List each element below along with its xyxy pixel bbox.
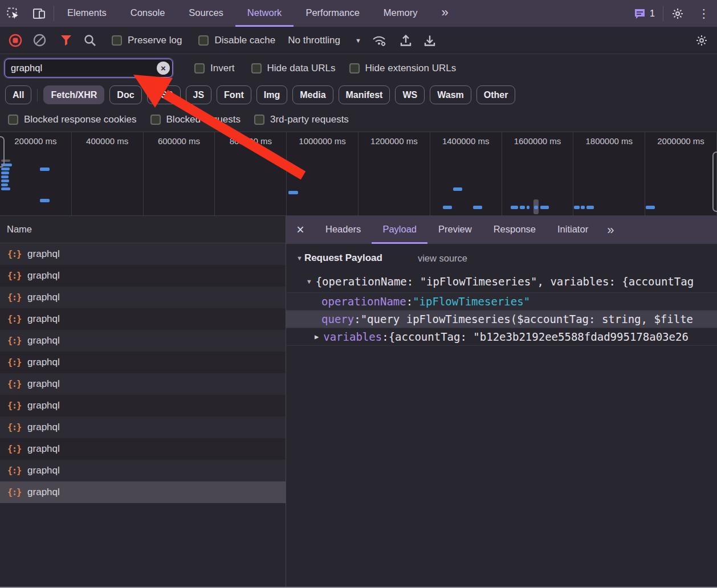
request-row[interactable]: {:}graphql [0,308,286,330]
top-bar: Elements Console Sources Network Perform… [0,0,717,27]
network-settings-button[interactable] [690,30,714,51]
tab-performance[interactable]: Performance [294,0,371,27]
request-row[interactable]: {:}graphql [0,373,286,395]
issues-button[interactable]: 1 [627,0,662,27]
throttling-dropdown[interactable]: No throttling ▼ [282,35,367,46]
settings-button[interactable] [665,0,691,27]
waterfall-mark [1,168,10,170]
request-row[interactable]: {:}graphql [0,330,286,352]
waterfall-mark [1,183,8,186]
overview-scroll-handle-left[interactable] [0,136,5,168]
blocked-response-cookies-checkbox[interactable] [8,115,18,125]
tab-elements[interactable]: Elements [55,0,119,27]
chip-manifest[interactable]: Manifest [339,85,390,104]
payload-root-row[interactable]: ▼ {operationName: "ipFlowTimeseries", va… [286,271,717,292]
chip-font[interactable]: Font [217,85,251,104]
chip-js[interactable]: JS [186,85,212,104]
import-har-button[interactable] [394,30,418,51]
waterfall-mark [453,187,462,191]
kebab-menu-icon: ⋮ [698,7,710,21]
disable-cache-checkbox[interactable] [198,35,209,46]
invert-checkbox[interactable] [194,63,205,74]
chip-img[interactable]: Img [256,85,287,104]
network-conditions-button[interactable] [367,30,391,51]
third-party-requests-checkbox[interactable] [254,115,264,125]
tab-network[interactable]: Network [235,0,294,27]
divider [663,6,663,21]
record-button[interactable] [3,30,27,51]
close-details-button[interactable]: × [286,216,315,244]
inspect-element-button[interactable] [0,0,26,27]
json-request-icon: {:} [7,379,21,389]
tab-console[interactable]: Console [119,0,177,27]
chip-doc[interactable]: Doc [109,85,141,104]
preserve-log-checkbox[interactable] [112,35,122,46]
waterfall-mark [574,206,580,209]
view-source-link[interactable]: view source [418,253,467,264]
third-party-requests-toggle[interactable]: 3rd-party requests [247,114,356,125]
clear-button[interactable] [27,30,51,51]
request-row[interactable]: {:}graphql [0,438,286,460]
disable-cache-toggle[interactable]: Disable cache [192,35,282,46]
name-column-header[interactable]: Name [0,216,286,243]
overview-scroll-handle-right[interactable] [712,152,717,212]
chip-all[interactable]: All [5,85,31,104]
chip-css[interactable]: CSS [147,85,181,104]
device-toolbar-button[interactable] [26,0,52,27]
tab-headers[interactable]: Headers [315,216,372,244]
requests-panel: Name {:}graphql {:}graphql {:}graphql {:… [0,216,286,587]
payload-row-operationname[interactable]: operationName: "ipFlowTimeseries" [286,292,717,310]
json-request-icon: {:} [7,314,21,324]
request-row[interactable]: {:}graphql [0,287,286,308]
tab-sources[interactable]: Sources [177,0,235,27]
waterfall-mark [40,168,50,171]
hide-data-urls-checkbox[interactable] [251,63,262,74]
close-icon: × [296,222,304,238]
timeline-column: 2000000 ms [645,132,717,215]
blocked-requests-checkbox[interactable] [150,115,161,125]
tab-initiator[interactable]: Initiator [547,216,599,244]
more-tabs-button[interactable]: » [429,0,460,27]
blocked-response-cookies-toggle[interactable]: Blocked response cookies [1,114,144,125]
more-details-tabs-button[interactable]: » [599,216,622,244]
clear-filter-button[interactable]: × [157,62,170,75]
payload-row-variables[interactable]: ▶ variables: {accountTag: "b12e3b2192ee5… [286,328,717,345]
hide-extension-urls-toggle[interactable]: Hide extension URLs [343,63,463,74]
chip-fetch-xhr[interactable]: Fetch/XHR [43,85,104,104]
close-icon: × [161,63,166,73]
blocked-requests-toggle[interactable]: Blocked requests [144,114,247,125]
request-row[interactable]: {:}graphql [0,416,286,438]
search-button[interactable] [78,30,102,51]
chip-other[interactable]: Other [476,85,516,104]
chevrons-right-icon: » [607,223,614,238]
request-row[interactable]: {:}graphql [0,460,286,481]
payload-row-query[interactable]: query: "query ipFlowTimeseries($accountT… [286,310,717,328]
request-row[interactable]: {:}graphql [0,243,286,265]
tab-memory[interactable]: Memory [372,0,430,27]
preserve-log-toggle[interactable]: Preserve log [105,35,189,46]
request-payload-section-header[interactable]: ▼ Request Payload view source [286,244,717,271]
request-row[interactable]: {:}graphql [0,352,286,373]
tab-response[interactable]: Response [483,216,547,244]
more-options-button[interactable]: ⋮ [691,0,717,27]
chip-wasm[interactable]: Wasm [430,85,471,104]
request-row-selected[interactable]: {:}graphql [0,481,286,503]
waterfall-mark [1,179,9,182]
hide-extension-urls-checkbox[interactable] [349,63,360,74]
timeline-overview[interactable]: 200000 ms 400000 ms 600000 ms 800000 ms … [0,132,717,216]
network-toolbar: Preserve log Disable cache No throttling… [0,27,717,54]
hide-data-urls-toggle[interactable]: Hide data URLs [245,63,343,74]
invert-toggle[interactable]: Invert [188,63,242,74]
filter-input[interactable] [5,59,173,77]
chip-ws[interactable]: WS [395,85,425,104]
tab-payload[interactable]: Payload [372,216,427,244]
upload-icon [400,34,412,47]
export-har-button[interactable] [418,30,442,51]
timeline-column: 800000 ms [215,132,287,215]
json-request-icon: {:} [7,292,21,303]
tab-preview[interactable]: Preview [427,216,483,244]
request-row[interactable]: {:}graphql [0,265,286,287]
filter-toggle-button[interactable] [54,30,78,51]
request-row[interactable]: {:}graphql [0,395,286,416]
chip-media[interactable]: Media [292,85,333,104]
